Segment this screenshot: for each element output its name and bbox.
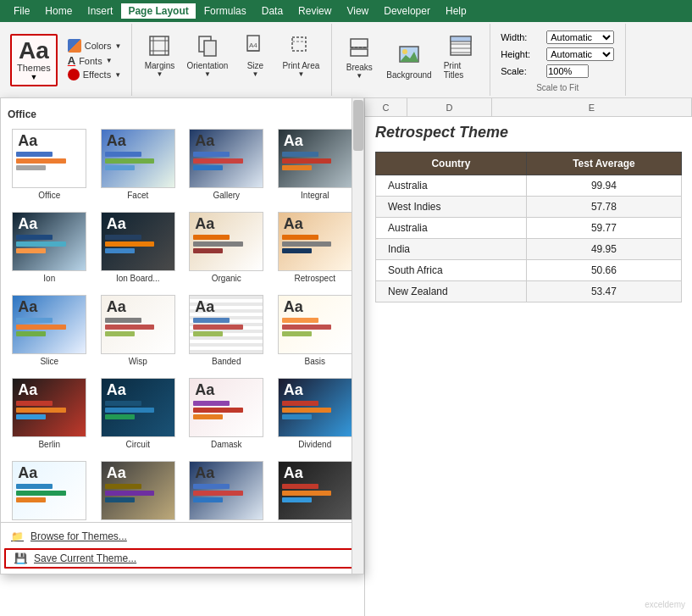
print-area-icon (285, 31, 316, 61)
menu-view[interactable]: View (340, 3, 375, 19)
menu-home[interactable]: Home (38, 3, 79, 19)
breaks-button[interactable]: Breaks ▼ (339, 29, 379, 83)
cell-country[interactable]: South Africa (376, 260, 527, 281)
browse-themes-item[interactable]: 📁 Browse for Themes... (1, 526, 363, 547)
theme-item-office[interactable]: AaOffice (8, 125, 91, 203)
breaks-arrow: ▼ (356, 72, 363, 80)
theme-item-gallery[interactable]: AaGallery (185, 125, 268, 203)
print-group: Breaks ▼ Background Print Titles (332, 24, 490, 96)
print-icons: Breaks ▼ Background Print Titles (339, 27, 482, 83)
theme-item-mainevent[interactable]: AaMain Event (274, 458, 357, 522)
effects-arrow: ▼ (114, 71, 121, 79)
size-button[interactable]: A4 Size ▼ (235, 27, 275, 81)
data-table: Country Test Average Australia99.94West … (375, 152, 682, 302)
theme-item-berlin[interactable]: AaBerlin (8, 375, 91, 452)
margins-label: Margins (145, 61, 175, 70)
theme-item-droplet[interactable]: AaDroplet (8, 458, 91, 522)
margins-button[interactable]: Margins ▼ (139, 27, 180, 81)
theme-item-facet[interactable]: AaFacet (97, 125, 180, 203)
svg-point-16 (402, 49, 407, 54)
colors-button[interactable]: Colors ▼ (64, 38, 125, 53)
menu-developer[interactable]: Developer (377, 3, 437, 19)
menu-page-layout[interactable]: Page Layout (121, 3, 195, 19)
cell-country[interactable]: Australia (376, 218, 527, 239)
cell-country[interactable]: India (376, 239, 527, 260)
page-setup-group: Margins ▼ Orientation ▼ A4 Size ▼ (132, 24, 332, 96)
save-label: Save Current Theme... (34, 552, 136, 564)
theme-item-ionboard[interactable]: AaIon Board... (97, 208, 180, 286)
fonts-button[interactable]: A Fonts ▼ (64, 53, 125, 68)
menu-help[interactable]: Help (439, 3, 473, 19)
cell-avg[interactable]: 99.94 (526, 175, 681, 197)
print-area-button[interactable]: Print Area ▼ (277, 27, 324, 81)
themes-group-label (3, 92, 131, 94)
svg-text:A4: A4 (249, 42, 257, 49)
theme-item-damask[interactable]: AaDamask (185, 375, 268, 452)
menu-formulas[interactable]: Formulas (197, 3, 253, 19)
save-theme-item[interactable]: 💾 Save Current Theme... (4, 548, 360, 569)
cell-country[interactable]: West Indies (376, 197, 527, 218)
cell-avg[interactable]: 59.77 (526, 218, 681, 239)
theme-item-retrospect[interactable]: AaRetrospect (274, 208, 357, 286)
theme-item-banded[interactable]: AaBanded (185, 291, 268, 369)
table-row: South Africa50.66 (376, 260, 682, 281)
width-select[interactable]: Automatic (546, 31, 614, 44)
themes-scroll-area[interactable]: Office AaOfficeAaFacetAaGalleryAaIntegra… (1, 98, 363, 522)
svg-rect-0 (150, 36, 169, 55)
table-row: West Indies57.78 (376, 197, 682, 218)
theme-side-buttons: Colors ▼ A Fonts ▼ Effects ▼ (64, 38, 125, 81)
orientation-icon (192, 31, 223, 61)
background-button[interactable]: Background (381, 36, 436, 83)
menu-file[interactable]: File (7, 3, 36, 19)
cell-avg[interactable]: 49.95 (526, 239, 681, 260)
menu-insert[interactable]: Insert (80, 3, 119, 19)
theme-item-slice[interactable]: AaSlice (8, 291, 91, 369)
cell-avg[interactable]: 53.47 (526, 281, 681, 302)
margins-icon (144, 31, 174, 61)
colors-icon (68, 39, 81, 53)
theme-name-dividend: Dividend (298, 440, 331, 449)
theme-item-wisp[interactable]: AaWisp (97, 291, 180, 369)
theme-item-basis[interactable]: AaBasis (274, 291, 357, 369)
menu-data[interactable]: Data (255, 3, 290, 19)
theme-name-damask: Damask (211, 440, 242, 449)
scroll-bar[interactable] (352, 98, 363, 574)
theme-item-ion[interactable]: AaIon (8, 208, 91, 286)
theme-item-dividend[interactable]: AaDividend (274, 375, 357, 452)
scroll-thumb[interactable] (353, 100, 363, 151)
cell-area: Retrospect Theme Country Test Average Au… (365, 117, 692, 309)
theme-name-gallery: Gallery (213, 191, 240, 200)
cell-country[interactable]: Australia (376, 175, 527, 197)
theme-item-integral[interactable]: AaIntegral (274, 125, 357, 203)
theme-name-office: Office (38, 191, 60, 200)
theme-item-circuit[interactable]: AaCircuit (97, 375, 180, 452)
theme-item-gallery2[interactable]: AaGallery (185, 458, 268, 522)
cell-country[interactable]: New Zealand (376, 281, 527, 302)
menu-review[interactable]: Review (291, 3, 338, 19)
orientation-button[interactable]: Orientation ▼ (181, 27, 233, 81)
theme-name-integral: Integral (301, 191, 329, 200)
print-area-label: Print Area (282, 61, 319, 70)
orientation-arrow: ▼ (204, 70, 211, 78)
scale-label: Scale: (501, 66, 543, 76)
effects-button[interactable]: Effects ▼ (64, 68, 125, 81)
theme-item-frame[interactable]: AaFrame (97, 458, 180, 522)
background-icon (394, 40, 424, 70)
theme-item-organic[interactable]: AaOrganic (185, 208, 268, 286)
print-titles-button[interactable]: Print Titles (439, 27, 483, 83)
height-select[interactable]: Automatic (546, 47, 614, 61)
fonts-icon: A (68, 54, 75, 67)
print-titles-label: Print Titles (444, 61, 478, 80)
themes-group: Aa Themes ▼ Colors ▼ A Fonts ▼ Effects ▼ (3, 24, 132, 96)
cell-avg[interactable]: 50.66 (526, 260, 681, 281)
background-label: Background (386, 70, 431, 80)
scale-input[interactable] (546, 64, 589, 78)
fonts-arrow: ▼ (106, 57, 113, 64)
theme-name-circuit: Circuit (126, 440, 150, 449)
colors-label: Colors (85, 41, 112, 51)
table-row: New Zealand53.47 (376, 281, 682, 302)
cell-avg[interactable]: 57.78 (526, 197, 681, 218)
themes-button[interactable]: Aa Themes ▼ (10, 34, 58, 86)
col-c: C (365, 98, 407, 116)
effects-label: Effects (83, 69, 111, 80)
